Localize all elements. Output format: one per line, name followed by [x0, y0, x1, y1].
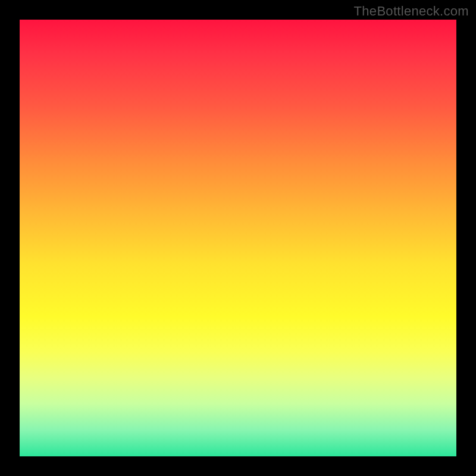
- watermark-text: TheBottleneck.com: [354, 4, 469, 19]
- rainbow-gradient-background: [20, 20, 456, 456]
- plot-area: [20, 20, 456, 456]
- chart-frame: TheBottleneck.com: [0, 0, 476, 476]
